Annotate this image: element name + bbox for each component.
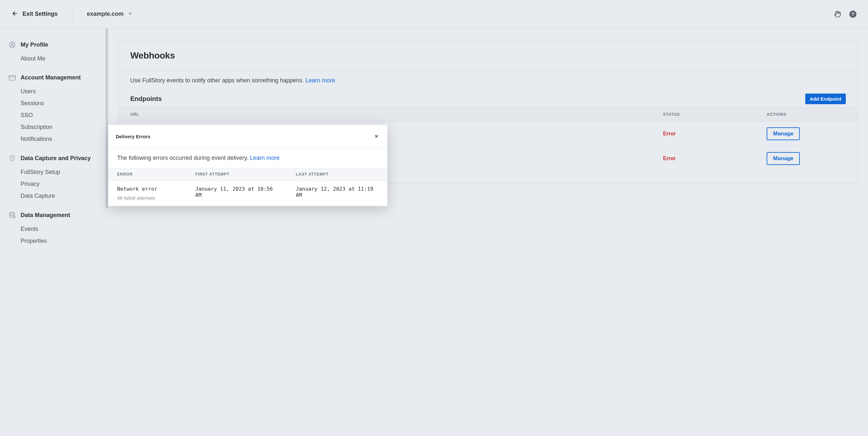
column-status: STATUS: [651, 108, 754, 122]
column-url: URL: [118, 108, 651, 122]
sidebar-item-users[interactable]: Users: [8, 86, 105, 97]
sidebar-heading-profile: My Profile: [8, 41, 105, 48]
domain-selector[interactable]: example.com: [87, 11, 132, 18]
sidebar-item-sso[interactable]: SSO: [8, 109, 105, 121]
exit-settings-button[interactable]: Exit Settings: [11, 10, 58, 18]
sidebar-item-notifications[interactable]: Notifications: [8, 133, 105, 145]
sidebar-section-capture: Data Capture and Privacy FullStory Setup…: [8, 155, 105, 202]
modal-title: Delivery Errors: [116, 134, 151, 139]
modal-description-text: The following errors occurred during eve…: [117, 155, 250, 161]
sidebar-heading-capture: Data Capture and Privacy: [8, 155, 105, 162]
column-error: ERROR: [108, 168, 186, 181]
description-text: Use FullStory events to notify other app…: [130, 77, 305, 83]
sidebar: My Profile About Me Account Management U…: [0, 28, 105, 436]
manage-button[interactable]: Manage: [767, 127, 800, 140]
main-content: Webhooks Use FullStory events to notify …: [108, 28, 868, 436]
table-row: Network error 48 failed attempts January…: [108, 181, 388, 206]
manage-button[interactable]: Manage: [767, 152, 800, 165]
svg-rect-3: [9, 75, 16, 80]
domain-label: example.com: [87, 11, 124, 18]
sidebar-scrollbar[interactable]: [105, 28, 108, 436]
sidebar-heading-label: Account Management: [21, 74, 81, 81]
sidebar-heading-label: Data Capture and Privacy: [21, 155, 91, 162]
sidebar-item-sessions[interactable]: Sessions: [8, 97, 105, 109]
hand-icon[interactable]: [834, 11, 841, 18]
column-first-attempt: FIRST ATTEMPT: [186, 168, 287, 181]
endpoints-heading: Endpoints: [130, 95, 162, 103]
svg-point-5: [12, 157, 13, 158]
first-attempt-value: January 11, 2023 at 10:56 AM: [195, 186, 278, 198]
learn-more-link[interactable]: Learn more: [250, 155, 280, 161]
top-bar: Exit Settings example.com ?: [0, 0, 868, 28]
status-badge: Error: [651, 122, 754, 146]
svg-point-2: [11, 43, 13, 45]
close-icon[interactable]: [373, 133, 380, 139]
learn-more-link[interactable]: Learn more: [305, 77, 335, 83]
user-icon: [8, 41, 16, 48]
sidebar-heading-label: My Profile: [21, 41, 48, 48]
sidebar-item-fullstory-setup[interactable]: FullStory Setup: [8, 166, 105, 178]
help-icon[interactable]: ?: [849, 11, 857, 18]
sidebar-item-properties[interactable]: Properties: [8, 235, 105, 247]
chevron-down-icon: [128, 11, 132, 17]
error-name: Network error: [117, 186, 177, 192]
sidebar-heading-label: Data Management: [21, 212, 70, 219]
modal-description: The following errors occurred during eve…: [108, 148, 388, 168]
database-icon: [8, 211, 16, 219]
last-attempt-value: January 12, 2023 at 11:19 AM: [296, 186, 379, 198]
exit-settings-label: Exit Settings: [23, 11, 58, 18]
page-title: Webhooks: [130, 51, 846, 61]
sidebar-item-events[interactable]: Events: [8, 223, 105, 235]
status-badge: Error: [651, 146, 754, 171]
errors-table: ERROR FIRST ATTEMPT LAST ATTEMPT Network…: [108, 168, 388, 206]
divider: [73, 8, 73, 21]
sidebar-item-subscription[interactable]: Subscription: [8, 121, 105, 133]
sidebar-section-profile: My Profile About Me: [8, 41, 105, 65]
page-description: Use FullStory events to notify other app…: [118, 71, 858, 87]
sidebar-item-about-me[interactable]: About Me: [8, 53, 105, 65]
arrow-left-icon: [11, 10, 18, 18]
failed-attempts: 48 failed attempts: [117, 195, 177, 201]
delivery-errors-modal: Delivery Errors The following errors occ…: [108, 125, 388, 206]
sidebar-item-privacy[interactable]: Privacy: [8, 178, 105, 190]
column-actions: ACTIONS: [754, 108, 858, 122]
svg-point-7: [10, 212, 14, 214]
card-icon: [8, 75, 16, 81]
shield-icon: [8, 155, 16, 162]
sidebar-heading-data-mgmt: Data Management: [8, 211, 105, 219]
sidebar-section-account: Account Management Users Sessions SSO Su…: [8, 74, 105, 145]
sidebar-item-data-capture[interactable]: Data Capture: [8, 190, 105, 202]
add-endpoint-button[interactable]: Add Endpoint: [805, 94, 846, 104]
column-last-attempt: LAST ATTEMPT: [287, 168, 388, 181]
sidebar-heading-account: Account Management: [8, 74, 105, 81]
sidebar-section-data-mgmt: Data Management Events Properties: [8, 211, 105, 247]
